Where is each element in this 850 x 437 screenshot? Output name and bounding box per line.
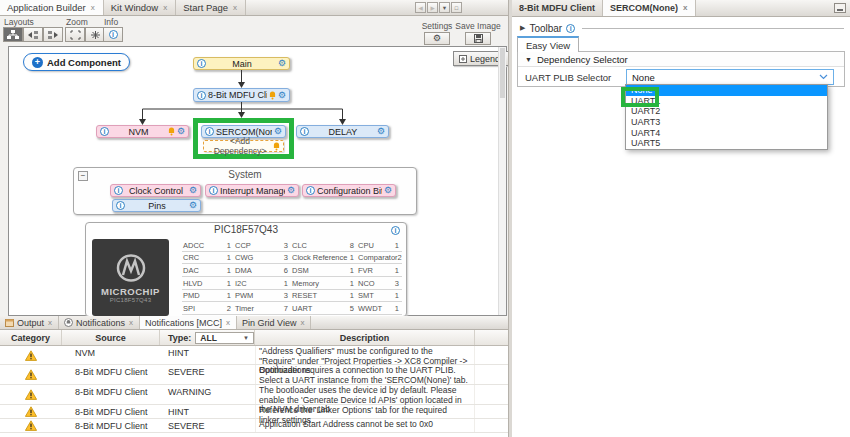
type-filter-dropdown[interactable]: ALL ▼ xyxy=(195,332,254,344)
layout-left-button[interactable] xyxy=(23,27,43,42)
peripheral-cell[interactable]: UART5 xyxy=(291,302,357,315)
info-icon[interactable]: i xyxy=(209,186,218,195)
info-icon[interactable]: i xyxy=(300,127,309,136)
gear-icon[interactable]: ⚙ xyxy=(177,127,185,136)
notification-row[interactable]: 8-Bit MDFU Client SEVERE Application Sta… xyxy=(0,419,510,433)
peripheral-cell[interactable]: DSM1 xyxy=(291,264,357,277)
peripheral-cell[interactable]: RESET1 xyxy=(291,290,357,303)
save-image-button[interactable] xyxy=(465,32,491,45)
settings-button[interactable]: ⚙ xyxy=(424,32,450,45)
peripheral-cell[interactable]: SMT1 xyxy=(357,290,402,303)
peripheral-cell[interactable]: PMD1 xyxy=(182,290,234,303)
close-icon[interactable]: x xyxy=(47,319,53,327)
peripheral-cell[interactable]: CPU1 xyxy=(357,239,402,252)
peripheral-cell[interactable]: HLVD1 xyxy=(182,277,234,290)
info-icon[interactable]: i xyxy=(205,127,214,136)
close-icon[interactable]: x xyxy=(232,4,238,12)
dropdown-option-uart2[interactable]: UART2 xyxy=(626,106,827,117)
dropdown-option-none[interactable]: None xyxy=(626,85,827,96)
gear-icon[interactable]: ⚙ xyxy=(287,186,295,195)
tab-application-builder[interactable]: Application Builder x xyxy=(0,0,104,15)
diagram-canvas[interactable]: + Add Component Legends i Main ⚙ i 8-Bit… xyxy=(8,46,507,316)
dropdown-option-uart3[interactable]: UART3 xyxy=(626,117,827,128)
minimize-panel-button[interactable] xyxy=(834,3,846,13)
close-icon[interactable]: x xyxy=(682,4,688,12)
close-icon[interactable]: x xyxy=(90,4,96,12)
info-icon[interactable]: i xyxy=(197,91,206,100)
tab-start-page[interactable]: Start Page x xyxy=(176,0,246,15)
gear-icon[interactable]: ⚙ xyxy=(189,201,197,210)
maximize-icon[interactable]: □ xyxy=(451,2,462,13)
scrollbar-thumb[interactable] xyxy=(500,48,505,98)
peripheral-cell[interactable]: Timer7 xyxy=(234,302,291,315)
toolbar-label[interactable]: Toolbar xyxy=(529,23,562,34)
node-add-dependency[interactable]: <Add Dependency> xyxy=(203,140,284,152)
peripheral-cell[interactable]: Clock Reference1 xyxy=(291,252,357,265)
zoom-fit-button[interactable] xyxy=(85,27,105,42)
info-icon[interactable]: i xyxy=(306,186,315,195)
tab-mdfu-client[interactable]: 8-Bit MDFU Client xyxy=(512,0,603,16)
node-pins[interactable]: i Pins ⚙ xyxy=(112,199,201,212)
peripheral-cell[interactable]: WWDT1 xyxy=(357,302,402,315)
peripheral-cell[interactable]: Memory1 xyxy=(291,277,357,290)
add-component-button[interactable]: + Add Component xyxy=(23,53,130,71)
info-icon[interactable]: i xyxy=(114,186,123,195)
tab-notifications[interactable]: Notifications x xyxy=(59,316,140,329)
node-configuration-bits[interactable]: i Configuration Bits ⚙ xyxy=(302,184,396,197)
info-icon[interactable]: i xyxy=(391,226,400,235)
tab-notifications-mcc[interactable]: Notifications [MCC] x xyxy=(140,316,237,329)
tab-output[interactable]: Output x xyxy=(0,316,59,329)
peripheral-cell[interactable]: I2C1 xyxy=(234,277,291,290)
notification-row[interactable]: NVM HINT "Address Qualifiers" must be co… xyxy=(0,346,510,365)
peripheral-cell[interactable]: CCP3 xyxy=(234,239,291,252)
gear-icon[interactable]: ⚙ xyxy=(274,127,282,136)
notification-row[interactable]: 8-Bit MDFU Client HINT Reference the 'Li… xyxy=(0,405,510,419)
notification-row[interactable]: 8-Bit MDFU Client SEVERE Bootloader requ… xyxy=(0,365,510,385)
peripheral-cell[interactable]: PWM3 xyxy=(234,290,291,303)
node-interrupt-manager[interactable]: i Interrupt Manager ⚙ xyxy=(205,184,299,197)
zoom-expand-button[interactable] xyxy=(65,27,85,42)
close-icon[interactable]: x xyxy=(225,319,231,327)
node-mdfu-client[interactable]: i 8-Bit MDFU Client ⚙ xyxy=(193,88,290,102)
layout-tree-button[interactable] xyxy=(3,27,23,42)
peripheral-cell[interactable]: CLC8 xyxy=(291,239,357,252)
layout-right-button[interactable] xyxy=(43,27,63,42)
close-icon[interactable]: x xyxy=(162,4,168,12)
gear-icon[interactable]: ⚙ xyxy=(189,186,197,195)
info-icon[interactable]: i xyxy=(566,24,575,33)
dropdown-option-uart1[interactable]: UART1 xyxy=(626,96,827,107)
uart-plib-combobox[interactable]: None xyxy=(626,69,834,85)
column-header-description[interactable]: Description xyxy=(255,330,475,345)
collapse-section-icon[interactable]: ▼ xyxy=(525,56,532,63)
peripheral-cell[interactable]: DAC1 xyxy=(182,264,234,277)
node-clock-control[interactable]: i Clock Control ⚙ xyxy=(110,184,201,197)
gear-icon[interactable]: ⚙ xyxy=(384,186,392,195)
tab-list-dropdown-icon[interactable]: ▼ xyxy=(439,2,450,13)
dependency-selector-header[interactable]: ▼ Dependency Selector xyxy=(518,52,844,67)
close-icon[interactable]: x xyxy=(299,319,305,327)
peripheral-cell[interactable]: Comparator2 xyxy=(357,252,402,265)
info-button[interactable]: i xyxy=(103,27,123,42)
peripheral-cell[interactable]: NCO3 xyxy=(357,277,402,290)
peripheral-cell[interactable]: CRC1 xyxy=(182,252,234,265)
gear-icon[interactable]: ⚙ xyxy=(278,91,286,100)
expand-toolbar-icon[interactable]: ▶ xyxy=(520,24,525,32)
node-nvm[interactable]: i NVM ⚙ xyxy=(96,125,189,138)
dropdown-option-uart5[interactable]: UART5 xyxy=(626,138,827,149)
node-delay[interactable]: i DELAY ⚙ xyxy=(296,125,389,138)
tab-kit-window[interactable]: Kit Window x xyxy=(104,0,177,15)
notification-row[interactable]: 8-Bit MDFU Client WARNING The bootloader… xyxy=(0,385,510,405)
tab-easy-view[interactable]: Easy View xyxy=(517,36,579,52)
peripheral-cell[interactable]: CWG3 xyxy=(234,252,291,265)
column-header-source[interactable]: Source xyxy=(62,330,160,345)
tab-sercom-none[interactable]: SERCOM(None) x xyxy=(603,0,696,16)
scroll-left-icon[interactable]: ◀ xyxy=(415,2,426,13)
scroll-right-icon[interactable]: ▶ xyxy=(427,2,438,13)
gear-icon[interactable]: ⚙ xyxy=(278,59,286,68)
peripheral-cell[interactable]: DMA6 xyxy=(234,264,291,277)
dropdown-option-uart4[interactable]: UART4 xyxy=(626,127,827,138)
tab-pin-grid-view[interactable]: Pin Grid View x xyxy=(237,316,311,329)
peripheral-cell[interactable]: ADCC1 xyxy=(182,239,234,252)
info-icon[interactable]: i xyxy=(197,59,206,68)
canvas-vertical-scrollbar[interactable] xyxy=(498,47,506,315)
